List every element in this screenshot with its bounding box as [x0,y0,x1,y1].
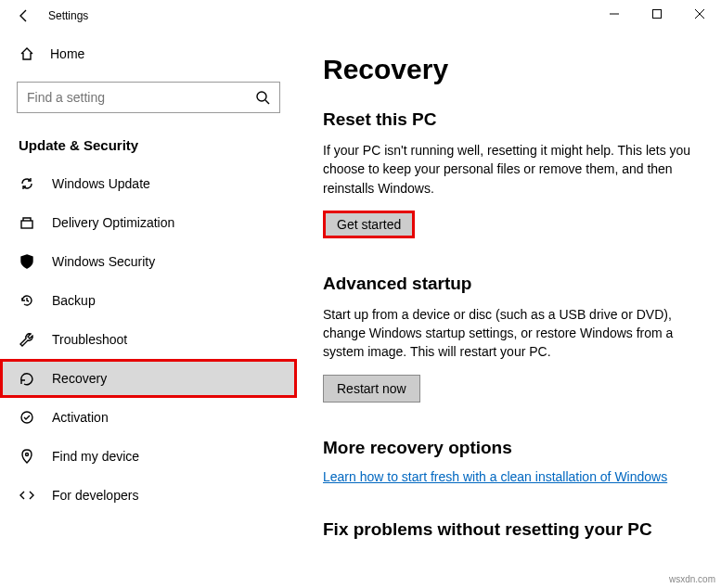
advanced-description: Start up from a device or disc (such as … [323,305,695,362]
nav-label: For developers [52,488,138,503]
check-circle-icon [19,409,35,426]
sidebar-item-delivery-optimization[interactable]: Delivery Optimization [0,203,297,242]
sidebar-item-for-developers[interactable]: For developers [0,476,297,515]
window-title: Settings [45,9,88,22]
recovery-icon [19,370,35,387]
page-title: Recovery [323,54,695,85]
arrow-left-icon [16,7,32,24]
nav-label: Activation [52,410,109,425]
more-heading: More recovery options [323,438,695,458]
sidebar-item-home[interactable]: Home [0,35,297,72]
reset-description: If your PC isn't running well, resetting… [323,141,695,198]
svg-rect-2 [21,221,32,228]
code-icon [19,487,35,504]
sidebar: Home Update & Security Windows Update De… [0,32,297,588]
sync-icon [19,175,35,192]
content-pane: Recovery Reset this PC If your PC isn't … [297,32,721,588]
nav-label: Backup [52,293,96,308]
advanced-startup-section: Advanced startup Start up from a device … [323,274,695,403]
maximize-button[interactable] [636,0,678,28]
svg-rect-0 [653,10,662,19]
close-button[interactable] [678,0,721,28]
home-icon [19,45,35,62]
home-label: Home [50,46,84,61]
search-input[interactable] [17,82,280,113]
fix-heading: Fix problems without resetting your PC [323,519,695,540]
nav-label: Find my device [52,449,139,464]
svg-point-3 [21,412,32,423]
nav-label: Troubleshoot [52,332,127,347]
fix-problems-section: Fix problems without resetting your PC [323,519,695,540]
nav-label: Windows Update [52,176,150,191]
history-icon [19,292,35,309]
sidebar-item-troubleshoot[interactable]: Troubleshoot [0,320,297,359]
sidebar-item-windows-update[interactable]: Windows Update [0,164,297,203]
search-icon [254,89,271,106]
restart-now-button[interactable]: Restart now [323,375,420,403]
back-button[interactable] [4,0,45,32]
fresh-install-link[interactable]: Learn how to start fresh with a clean in… [323,469,667,484]
nav-label: Recovery [52,371,107,386]
more-recovery-section: More recovery options Learn how to start… [323,438,695,484]
minimize-button[interactable] [593,0,636,28]
optimization-icon [19,214,35,231]
sidebar-item-find-my-device[interactable]: Find my device [0,437,297,476]
svg-point-4 [26,454,29,456]
sidebar-item-windows-security[interactable]: Windows Security [0,242,297,281]
sidebar-item-activation[interactable]: Activation [0,398,297,437]
nav-label: Delivery Optimization [52,215,174,230]
sidebar-item-backup[interactable]: Backup [0,281,297,320]
svg-point-1 [257,92,266,101]
location-icon [19,448,35,465]
reset-pc-section: Reset this PC If your PC isn't running w… [323,109,695,238]
shield-icon [19,253,35,270]
watermark: wsxdn.com [669,574,715,584]
sidebar-item-recovery[interactable]: Recovery [0,359,297,398]
get-started-button[interactable]: Get started [323,211,415,238]
nav-label: Windows Security [52,254,155,269]
reset-heading: Reset this PC [323,109,695,130]
category-heading: Update & Security [0,122,297,164]
advanced-heading: Advanced startup [323,274,695,294]
wrench-icon [19,331,35,348]
